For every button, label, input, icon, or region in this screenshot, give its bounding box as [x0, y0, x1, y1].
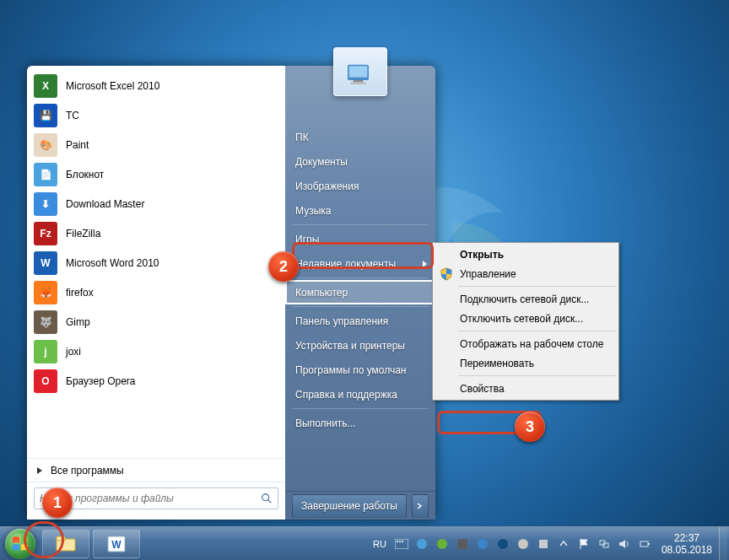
program-item[interactable]: 🦊firefox [27, 277, 285, 307]
program-icon: 🦊 [34, 281, 57, 304]
svg-point-15 [437, 539, 447, 549]
shutdown-label: Завершение работы [301, 500, 397, 512]
task-word[interactable]: W [93, 530, 140, 558]
right-panel-item[interactable]: Программы по умолчан [285, 358, 435, 382]
context-menu-item[interactable]: Свойства [435, 379, 617, 398]
svg-rect-13 [402, 541, 403, 542]
program-icon: W [34, 251, 57, 275]
right-panel-item[interactable]: Изображения [285, 174, 435, 198]
svg-point-18 [498, 539, 508, 549]
program-item[interactable]: OБраузер Opera [27, 366, 285, 396]
program-item[interactable]: 💾TC [27, 100, 285, 130]
svg-rect-3 [349, 66, 368, 77]
tray-chevron-up-icon[interactable] [555, 536, 572, 552]
right-panel-item[interactable]: Справка и поддержка [285, 382, 435, 407]
start-menu-left: XMicrosoft Excel 2010💾TC🎨Paint📄Блокнот⬇D… [27, 66, 285, 520]
triangle-right-icon [37, 467, 42, 474]
tray-app6-icon[interactable] [515, 536, 532, 552]
program-icon: X [34, 74, 57, 98]
right-panel-item[interactable]: Документы [285, 149, 435, 174]
context-menu-item[interactable]: Переименовать [435, 353, 617, 373]
separator [458, 286, 615, 287]
tray-flag-icon[interactable] [575, 536, 592, 552]
shutdown-options-arrow[interactable] [412, 494, 429, 518]
context-menu-item[interactable]: Отключить сетевой диск... [435, 309, 617, 328]
svg-rect-12 [399, 541, 401, 542]
separator [292, 408, 429, 409]
right-panel-item[interactable]: Панель управления [285, 309, 435, 333]
taskbar-clock[interactable]: 22:37 08.05.2018 [655, 532, 719, 556]
all-programs[interactable]: Все программы [27, 458, 285, 482]
right-panel-item[interactable]: Устройства и принтеры [285, 333, 435, 358]
right-item-label: Компьютер [295, 287, 348, 299]
program-label: joxi [66, 346, 81, 358]
context-menu-item[interactable]: Управление [435, 264, 617, 283]
search-icon [256, 493, 278, 504]
tray-app5-icon[interactable] [494, 536, 511, 552]
shutdown-row: Завершение работы [285, 491, 435, 520]
separator [458, 331, 615, 331]
program-list: XMicrosoft Excel 2010💾TC🎨Paint📄Блокнот⬇D… [27, 71, 285, 455]
svg-point-19 [518, 539, 528, 549]
taskbar: W RU 22:37 08.05.2018 [0, 526, 729, 560]
program-icon: Fz [34, 222, 57, 245]
program-label: Microsoft Excel 2010 [66, 80, 159, 92]
tray-app2-icon[interactable] [434, 536, 451, 552]
context-menu-item[interactable]: Открыть [435, 245, 617, 264]
right-item-label: Программы по умолчан [295, 364, 406, 376]
callout-1: 1 [42, 487, 73, 518]
tray-power-icon[interactable] [636, 536, 653, 552]
system-tray: RU 22:37 08.05.2018 [368, 527, 729, 560]
right-panel-item[interactable]: Компьютер [285, 280, 435, 304]
svg-rect-10 [395, 539, 408, 549]
svg-rect-11 [397, 541, 398, 542]
program-icon: O [34, 369, 57, 393]
context-menu-item[interactable]: Отображать на рабочем столе [435, 334, 617, 353]
program-item[interactable]: 🐺Gimp [27, 307, 285, 337]
program-icon: 📄 [34, 163, 57, 186]
callout-2: 2 [268, 251, 299, 282]
tray-app4-icon[interactable] [474, 536, 491, 552]
svg-line-1 [268, 500, 272, 503]
program-icon: 🐺 [34, 310, 57, 334]
program-item[interactable]: XMicrosoft Excel 2010 [27, 71, 285, 100]
show-desktop-button[interactable] [719, 527, 727, 561]
program-item[interactable]: FzFileZilla [27, 218, 285, 248]
context-item-label: Управление [460, 268, 516, 280]
language-indicator[interactable]: RU [368, 535, 392, 553]
right-item-label: Панель управления [295, 315, 388, 327]
tray-app3-icon[interactable] [454, 536, 471, 552]
program-label: TC [66, 110, 79, 121]
clock-date: 08.05.2018 [662, 544, 712, 556]
program-item[interactable]: 📄Блокнот [27, 159, 285, 189]
context-menu-item[interactable]: Подключить сетевой диск... [435, 289, 617, 309]
context-menu: ОткрытьУправлениеПодключить сетевой диск… [432, 242, 619, 401]
tray-app1-icon[interactable] [413, 536, 430, 552]
tray-app7-icon[interactable] [535, 536, 552, 552]
program-icon: 💾 [34, 104, 57, 127]
tray-keyboard-icon[interactable] [393, 536, 410, 552]
tray-volume-icon[interactable] [616, 536, 633, 552]
svg-point-14 [417, 539, 427, 549]
shutdown-button[interactable]: Завершение работы [292, 494, 407, 518]
program-label: Paint [66, 139, 89, 151]
callout-3: 3 [515, 412, 545, 442]
program-icon: ⬇ [34, 192, 57, 216]
program-item[interactable]: jjoxi [27, 337, 285, 366]
right-panel-item[interactable]: ПК [285, 125, 435, 149]
program-label: Download Master [66, 198, 144, 210]
right-item-label: Изображения [295, 180, 359, 192]
right-item-label: Справка и поддержка [295, 389, 397, 401]
context-item-label: Переименовать [460, 358, 534, 369]
right-panel-item[interactable]: Музыка [285, 198, 435, 223]
program-icon: j [34, 340, 57, 363]
clock-time: 22:37 [662, 532, 712, 544]
program-item[interactable]: ⬇Download Master [27, 189, 285, 218]
right-panel-item[interactable]: Выполнить... [285, 411, 435, 435]
program-item[interactable]: WMicrosoft Word 2010 [27, 248, 285, 277]
svg-rect-5 [350, 83, 365, 85]
program-item[interactable]: 🎨Paint [27, 130, 285, 159]
highlight-ring-start [24, 521, 64, 558]
user-picture[interactable] [333, 47, 387, 96]
tray-network-icon[interactable] [596, 536, 613, 552]
